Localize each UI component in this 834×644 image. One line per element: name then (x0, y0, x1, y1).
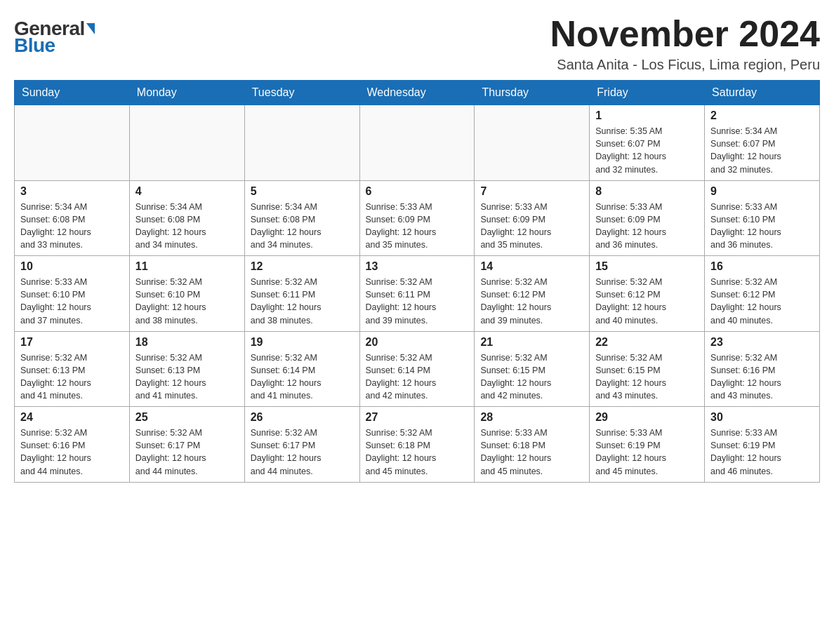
day-info: Sunrise: 5:32 AMSunset: 6:12 PMDaylight:… (595, 276, 699, 327)
page-header: General Blue November 2024 Santa Anita -… (14, 14, 820, 73)
calendar-cell (15, 105, 130, 181)
calendar-week-row: 3Sunrise: 5:34 AMSunset: 6:08 PMDaylight… (15, 180, 820, 256)
day-info: Sunrise: 5:33 AMSunset: 6:09 PMDaylight:… (595, 201, 699, 252)
calendar-cell: 14Sunrise: 5:32 AMSunset: 6:12 PMDayligh… (475, 256, 590, 332)
calendar-cell: 21Sunrise: 5:32 AMSunset: 6:15 PMDayligh… (475, 331, 590, 407)
day-info: Sunrise: 5:33 AMSunset: 6:19 PMDaylight:… (595, 427, 699, 478)
calendar-cell: 3Sunrise: 5:34 AMSunset: 6:08 PMDaylight… (15, 180, 130, 256)
day-of-week-header: Tuesday (244, 81, 359, 105)
calendar-cell: 20Sunrise: 5:32 AMSunset: 6:14 PMDayligh… (359, 331, 475, 407)
calendar-cell: 26Sunrise: 5:32 AMSunset: 6:17 PMDayligh… (244, 407, 359, 483)
day-number: 11 (135, 260, 239, 273)
day-number: 4 (135, 185, 239, 198)
day-number: 21 (480, 336, 583, 349)
day-info: Sunrise: 5:32 AMSunset: 6:16 PMDaylight:… (710, 351, 814, 403)
calendar-cell: 8Sunrise: 5:33 AMSunset: 6:09 PMDaylight… (590, 180, 705, 256)
day-info: Sunrise: 5:32 AMSunset: 6:14 PMDaylight:… (251, 351, 354, 403)
day-info: Sunrise: 5:32 AMSunset: 6:15 PMDaylight:… (480, 351, 583, 403)
calendar-cell: 12Sunrise: 5:32 AMSunset: 6:11 PMDayligh… (244, 256, 359, 332)
day-info: Sunrise: 5:34 AMSunset: 6:07 PMDaylight:… (710, 125, 814, 176)
day-number: 17 (20, 336, 124, 349)
day-number: 23 (710, 336, 814, 349)
day-of-week-header: Saturday (705, 81, 820, 105)
calendar-table: SundayMondayTuesdayWednesdayThursdayFrid… (14, 80, 820, 483)
calendar-cell: 19Sunrise: 5:32 AMSunset: 6:14 PMDayligh… (244, 331, 359, 407)
calendar-cell: 11Sunrise: 5:32 AMSunset: 6:10 PMDayligh… (129, 256, 244, 332)
calendar-header-row: SundayMondayTuesdayWednesdayThursdayFrid… (15, 81, 820, 105)
calendar-cell (359, 105, 475, 181)
calendar-cell: 4Sunrise: 5:34 AMSunset: 6:08 PMDaylight… (129, 180, 244, 256)
day-info: Sunrise: 5:35 AMSunset: 6:07 PMDaylight:… (595, 125, 699, 176)
calendar-cell: 25Sunrise: 5:32 AMSunset: 6:17 PMDayligh… (129, 407, 244, 483)
calendar-cell (244, 105, 359, 181)
day-of-week-header: Thursday (475, 81, 590, 105)
day-number: 13 (366, 260, 469, 273)
calendar-cell: 28Sunrise: 5:33 AMSunset: 6:18 PMDayligh… (475, 407, 590, 483)
day-number: 22 (595, 336, 699, 349)
day-number: 3 (20, 185, 124, 198)
day-info: Sunrise: 5:32 AMSunset: 6:13 PMDaylight:… (20, 351, 124, 403)
day-number: 2 (710, 109, 814, 122)
day-number: 24 (20, 411, 124, 424)
day-number: 5 (251, 185, 354, 198)
day-info: Sunrise: 5:33 AMSunset: 6:10 PMDaylight:… (710, 201, 814, 252)
day-info: Sunrise: 5:32 AMSunset: 6:10 PMDaylight:… (135, 276, 239, 327)
calendar-cell: 30Sunrise: 5:33 AMSunset: 6:19 PMDayligh… (705, 407, 820, 483)
day-info: Sunrise: 5:32 AMSunset: 6:17 PMDaylight:… (251, 427, 354, 478)
day-info: Sunrise: 5:32 AMSunset: 6:12 PMDaylight:… (710, 276, 814, 327)
day-info: Sunrise: 5:32 AMSunset: 6:18 PMDaylight:… (366, 427, 469, 478)
day-info: Sunrise: 5:32 AMSunset: 6:12 PMDaylight:… (480, 276, 583, 327)
calendar-cell: 2Sunrise: 5:34 AMSunset: 6:07 PMDaylight… (705, 105, 820, 181)
day-info: Sunrise: 5:32 AMSunset: 6:13 PMDaylight:… (135, 351, 239, 403)
calendar-cell: 27Sunrise: 5:32 AMSunset: 6:18 PMDayligh… (359, 407, 475, 483)
day-number: 6 (366, 185, 469, 198)
day-info: Sunrise: 5:33 AMSunset: 6:10 PMDaylight:… (20, 276, 124, 327)
calendar-week-row: 17Sunrise: 5:32 AMSunset: 6:13 PMDayligh… (15, 331, 820, 407)
day-number: 26 (251, 411, 354, 424)
day-number: 30 (710, 411, 814, 424)
location-subtitle: Santa Anita - Los Ficus, Lima region, Pe… (550, 57, 820, 73)
calendar-week-row: 10Sunrise: 5:33 AMSunset: 6:10 PMDayligh… (15, 256, 820, 332)
calendar-cell: 29Sunrise: 5:33 AMSunset: 6:19 PMDayligh… (590, 407, 705, 483)
day-info: Sunrise: 5:32 AMSunset: 6:11 PMDaylight:… (366, 276, 469, 327)
day-info: Sunrise: 5:34 AMSunset: 6:08 PMDaylight:… (251, 201, 354, 252)
calendar-cell: 24Sunrise: 5:32 AMSunset: 6:16 PMDayligh… (15, 407, 130, 483)
calendar-cell: 1Sunrise: 5:35 AMSunset: 6:07 PMDaylight… (590, 105, 705, 181)
calendar-cell: 5Sunrise: 5:34 AMSunset: 6:08 PMDaylight… (244, 180, 359, 256)
day-number: 8 (595, 185, 699, 198)
calendar-cell (475, 105, 590, 181)
day-number: 16 (710, 260, 814, 273)
logo-arrow-icon (86, 23, 95, 34)
day-number: 10 (20, 260, 124, 273)
calendar-cell: 15Sunrise: 5:32 AMSunset: 6:12 PMDayligh… (590, 256, 705, 332)
day-number: 28 (480, 411, 583, 424)
calendar-cell: 6Sunrise: 5:33 AMSunset: 6:09 PMDaylight… (359, 180, 475, 256)
day-number: 7 (480, 185, 583, 198)
calendar-cell: 23Sunrise: 5:32 AMSunset: 6:16 PMDayligh… (705, 331, 820, 407)
day-number: 27 (366, 411, 469, 424)
day-of-week-header: Wednesday (359, 81, 475, 105)
calendar-week-row: 1Sunrise: 5:35 AMSunset: 6:07 PMDaylight… (15, 105, 820, 181)
title-area: November 2024 Santa Anita - Los Ficus, L… (550, 14, 820, 73)
day-of-week-header: Friday (590, 81, 705, 105)
calendar-cell (129, 105, 244, 181)
day-info: Sunrise: 5:32 AMSunset: 6:16 PMDaylight:… (20, 427, 124, 478)
calendar-cell: 10Sunrise: 5:33 AMSunset: 6:10 PMDayligh… (15, 256, 130, 332)
day-number: 9 (710, 185, 814, 198)
day-number: 18 (135, 336, 239, 349)
day-info: Sunrise: 5:32 AMSunset: 6:17 PMDaylight:… (135, 427, 239, 478)
day-number: 25 (135, 411, 239, 424)
month-year-title: November 2024 (550, 14, 820, 54)
day-info: Sunrise: 5:34 AMSunset: 6:08 PMDaylight:… (20, 201, 124, 252)
calendar-cell: 22Sunrise: 5:32 AMSunset: 6:15 PMDayligh… (590, 331, 705, 407)
logo: General Blue (14, 14, 95, 57)
calendar-week-row: 24Sunrise: 5:32 AMSunset: 6:16 PMDayligh… (15, 407, 820, 483)
day-number: 12 (251, 260, 354, 273)
day-number: 29 (595, 411, 699, 424)
day-info: Sunrise: 5:32 AMSunset: 6:15 PMDaylight:… (595, 351, 699, 403)
day-of-week-header: Sunday (15, 81, 130, 105)
calendar-cell: 16Sunrise: 5:32 AMSunset: 6:12 PMDayligh… (705, 256, 820, 332)
day-info: Sunrise: 5:33 AMSunset: 6:19 PMDaylight:… (710, 427, 814, 478)
calendar-cell: 18Sunrise: 5:32 AMSunset: 6:13 PMDayligh… (129, 331, 244, 407)
calendar-cell: 13Sunrise: 5:32 AMSunset: 6:11 PMDayligh… (359, 256, 475, 332)
